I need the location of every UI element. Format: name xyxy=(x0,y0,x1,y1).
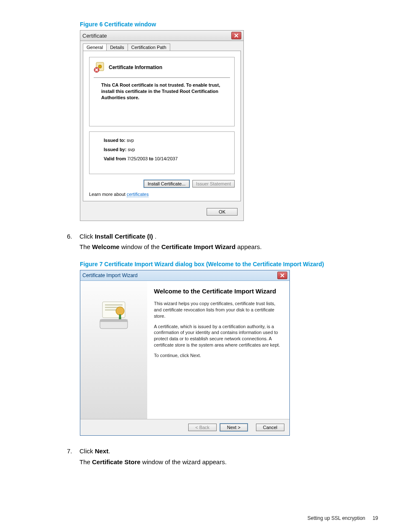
valid-from-value: 7/25/2003 xyxy=(127,156,148,161)
close-icon[interactable] xyxy=(277,272,287,279)
svg-rect-10 xyxy=(100,319,128,322)
learn-more-text: Learn more about xyxy=(89,192,127,197)
issued-to-value: svp xyxy=(127,138,134,143)
step-6-line2-mid: window of the xyxy=(120,243,161,250)
certificate-window: Certificate General Details Certificatio… xyxy=(80,30,244,221)
issued-to-row: Issued to: svp xyxy=(104,138,228,143)
svg-point-7 xyxy=(116,307,124,315)
step-6-line2-b2: Certificate Import Wizard xyxy=(161,243,235,250)
wizard-p1: This wizard helps you copy certificates,… xyxy=(154,301,281,319)
svg-rect-4 xyxy=(105,304,123,306)
cert-ok-row: OK xyxy=(80,204,243,221)
wizard-p3: To continue, click Next. xyxy=(154,352,281,359)
footer-section: Setting up SSL encryption xyxy=(307,515,365,521)
step-6-line2-post: appears. xyxy=(235,243,262,250)
cert-trust-message: This CA Root certificate is not trusted.… xyxy=(101,82,226,101)
svg-marker-8 xyxy=(119,314,121,319)
learn-more: Learn more about certificates xyxy=(89,192,235,197)
svg-rect-6 xyxy=(105,309,118,311)
step-6-number: 6. xyxy=(67,232,79,254)
step-6-line1-post: . xyxy=(153,233,156,240)
valid-from-row: Valid from 7/25/2003 to 10/14/2037 xyxy=(104,156,228,161)
wizard-p2: A certificate, which is issued by a cert… xyxy=(154,324,281,348)
cert-button-row: Install Certificate... Issuer Statement xyxy=(89,180,235,188)
step-7-line1-bold: Next xyxy=(95,447,109,455)
wizard-button-row: < Back Next > Cancel xyxy=(80,419,289,435)
valid-to-label: to xyxy=(149,156,153,161)
cert-titlebar: Certificate xyxy=(80,31,243,41)
step-6-line1-pre: Click xyxy=(79,233,95,240)
certificate-warning-icon xyxy=(94,62,105,73)
issued-to-label: Issued to: xyxy=(104,138,125,143)
valid-from-label: Valid from xyxy=(104,156,126,161)
install-certificate-button[interactable]: Install Certificate... xyxy=(144,180,189,188)
step-6-line2-pre: The xyxy=(79,243,92,250)
back-button[interactable]: < Back xyxy=(188,424,217,431)
wizard-side-graphic xyxy=(80,281,147,419)
certificate-import-icon xyxy=(95,299,133,333)
wizard-heading: Welcome to the Certificate Import Wizard xyxy=(154,288,281,295)
close-icon[interactable] xyxy=(231,32,241,39)
cert-info-header: Certificate Information xyxy=(94,62,230,78)
step-6-content: Click Install Certificate (I) . The Welc… xyxy=(79,232,262,254)
cert-tabs: General Details Certification Path xyxy=(80,41,243,51)
step-6: 6. Click Install Certificate (I) . The W… xyxy=(67,232,353,254)
tab-details[interactable]: Details xyxy=(106,44,128,51)
step-6-line2-b1: Welcome xyxy=(92,243,120,250)
cert-info-box: Certificate Information This CA Root cer… xyxy=(89,57,235,126)
cert-window-title: Certificate xyxy=(82,33,231,39)
svg-point-1 xyxy=(98,65,102,68)
tab-general[interactable]: General xyxy=(83,44,107,51)
ok-button[interactable]: OK xyxy=(207,208,238,216)
tab-certification-path[interactable]: Certification Path xyxy=(128,44,170,51)
step-7-content: Click Next. The Certificate Store window… xyxy=(79,447,227,468)
valid-to-value: 10/14/2037 xyxy=(155,156,178,161)
wizard-titlebar: Certificate Import Wizard xyxy=(80,270,289,281)
wizard-main: Welcome to the Certificate Import Wizard… xyxy=(147,281,289,419)
step-6-line1-bold: Install Certificate (I) xyxy=(95,233,153,240)
figure-6-caption: Figure 6 Certificate window xyxy=(80,21,378,28)
issued-by-value: svp xyxy=(128,147,135,152)
wizard-body: Welcome to the Certificate Import Wizard… xyxy=(80,281,289,419)
footer-page-number: 19 xyxy=(373,515,378,521)
next-button[interactable]: Next > xyxy=(220,424,248,431)
cert-details-box: Issued to: svp Issued by: svp Valid from… xyxy=(89,131,235,174)
step-7-line2-pre: The xyxy=(79,458,92,465)
figure-7-caption: Figure 7 Certificate Import Wizard dialo… xyxy=(80,261,378,267)
cert-tab-panel: Certificate Information This CA Root cer… xyxy=(83,51,241,201)
issued-by-label: Issued by: xyxy=(104,147,126,152)
step-7: 7. Click Next. The Certificate Store win… xyxy=(67,447,353,468)
cancel-button[interactable]: Cancel xyxy=(256,424,284,431)
wizard-window: Certificate Import Wizard Welcom xyxy=(80,270,290,436)
cert-info-heading: Certificate Information xyxy=(109,64,162,70)
wizard-window-title: Certificate Import Wizard xyxy=(82,272,277,278)
step-7-line2-post: window of the wizard appears. xyxy=(141,458,227,465)
issued-by-row: Issued by: svp xyxy=(104,147,228,152)
issuer-statement-button[interactable]: Issuer Statement xyxy=(192,180,235,188)
step-7-number: 7. xyxy=(67,447,79,468)
step-7-line1-pre: Click xyxy=(79,447,95,455)
footer: Setting up SSL encryption 19 xyxy=(307,515,378,521)
step-7-line2-b1: Certificate Store xyxy=(92,458,141,465)
learn-more-link[interactable]: certificates xyxy=(127,192,149,197)
step-7-line1-post: . xyxy=(108,447,110,455)
